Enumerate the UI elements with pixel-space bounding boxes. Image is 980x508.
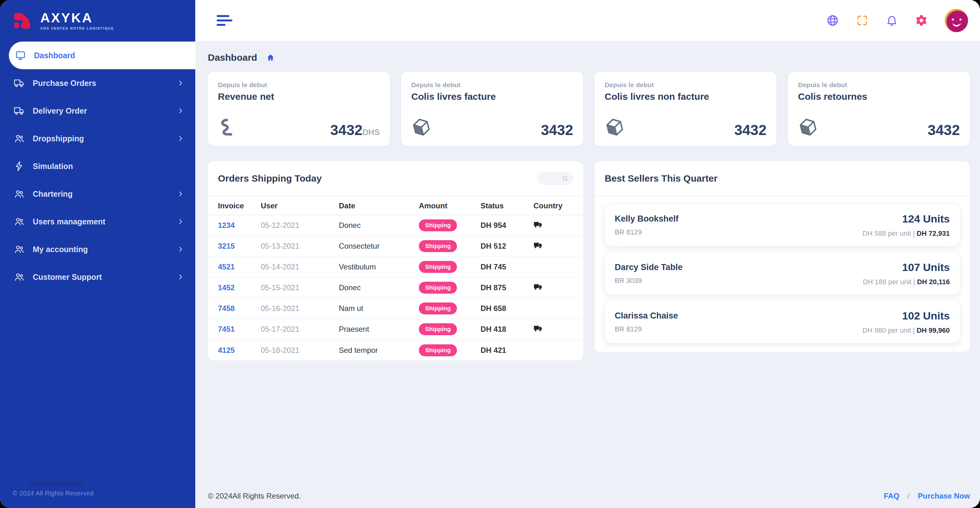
stat-period: Depuis le debut (798, 81, 960, 89)
table-header-row: Invoice User Date Amount Status Country (208, 197, 583, 215)
page-footer: © 2024All Rights Reserved. FAQ / Purchas… (208, 485, 970, 500)
order-user: Sed tempor (339, 340, 419, 360)
bolt-icon (14, 161, 25, 171)
sidebar: AXYKA VOS VENTES NOTRE LOGISTIQUE Dashbo… (0, 0, 195, 508)
status-badge: Shipping (419, 344, 457, 356)
product-code: BR 8129 (615, 325, 678, 333)
invoice-link[interactable]: 4521 (208, 257, 261, 277)
sidebar-item-customer-support[interactable]: Customer Support (0, 263, 195, 291)
order-date: 05-18-2021 (261, 340, 339, 360)
order-user: Donec (339, 215, 419, 236)
country-cell (533, 215, 583, 236)
users-icon (14, 133, 25, 144)
status-badge: Shipping (419, 302, 457, 314)
price-per-unit: DH 980 per unit | (862, 326, 915, 334)
sidebar-item-purchase-orders[interactable]: Purchase Orders (0, 69, 195, 97)
order-amount: DH 512 (480, 236, 533, 257)
product-code: BR 8129 (615, 228, 679, 237)
globe-icon[interactable] (826, 14, 839, 27)
sidebar-menu: Dashboard Purchase Orders Delivery Order (0, 41, 195, 291)
orders-panel-title: Orders Shipping Today (218, 173, 321, 184)
fullscreen-icon[interactable] (856, 14, 869, 27)
country-cell (533, 277, 583, 298)
order-amount: DH 418 (480, 319, 533, 340)
sidebar-item-dropshipping[interactable]: Dropshipping (0, 125, 195, 152)
sidebar-item-label: Delivery Order (33, 106, 87, 116)
chevron-right-icon (177, 107, 184, 114)
list-item: Darcy Side Table BR 3039 107 Units DH 18… (605, 252, 960, 295)
sidebar-item-label: Purchase Orders (33, 79, 96, 88)
brand-tagline: VOS VENTES NOTRE LOGISTIQUE (40, 27, 114, 30)
stat-card-colis-livres-non-facture: Depuis le debut Colis livres non facture… (595, 72, 776, 146)
stat-value: 3432 (541, 123, 573, 137)
sidebar-item-label: Dashboard (34, 51, 75, 60)
sidebar-item-label: Chartering (33, 189, 72, 198)
price-line: DH 588 per unit | DH 72,931 (862, 229, 950, 238)
sidebar-item-users-management[interactable]: Users management (0, 208, 195, 235)
search-input[interactable] (537, 172, 573, 185)
faq-link[interactable]: FAQ (884, 492, 899, 500)
truck-icon (533, 220, 542, 229)
purchase-now-link[interactable]: Purchase Now (918, 492, 970, 500)
sidebar-item-dashboard[interactable]: Dashboard (9, 41, 195, 69)
sidebar-item-label: Dropshipping (33, 134, 84, 143)
sidebar-item-label: My accounting (33, 245, 88, 254)
country-cell (533, 298, 583, 319)
home-icon[interactable] (266, 53, 275, 62)
status-badge: Shipping (419, 240, 457, 252)
invoice-link[interactable]: 1452 (208, 277, 261, 298)
sidebar-item-label: Simulation (33, 162, 73, 171)
order-amount: DH 875 (480, 277, 533, 298)
sidebar-item-simulation[interactable]: Simulation (0, 152, 195, 180)
list-item: Kelly Bookshelf BR 8129 124 Units DH 588… (605, 204, 960, 246)
bell-icon[interactable] (886, 14, 898, 27)
column-header: Date (339, 197, 419, 215)
invoice-link[interactable]: 7458 (208, 298, 261, 319)
logo: AXYKA VOS VENTES NOTRE LOGISTIQUE (0, 0, 195, 41)
column-header: Status (480, 197, 533, 215)
chevron-right-icon (177, 218, 184, 225)
hamburger-menu-icon[interactable] (217, 15, 232, 26)
invoice-link[interactable]: 7451 (208, 319, 261, 340)
package-cube-icon (605, 117, 625, 137)
price-total: DH 72,931 (917, 229, 950, 237)
user-avatar[interactable] (945, 9, 968, 32)
best-sellers-title: Best Sellers This Quarter (605, 173, 718, 184)
chevron-right-icon (177, 135, 184, 142)
chevron-right-icon (177, 246, 184, 253)
sidebar-item-chartering[interactable]: Chartering (0, 180, 195, 208)
invoice-link[interactable]: 3215 (208, 236, 261, 257)
table-row: 7451 05-17-2021 Praesent Shipping DH 418 (208, 319, 583, 340)
link-separator: / (908, 492, 910, 500)
route-squiggle-icon (218, 117, 238, 137)
price-total: DH 20,116 (917, 278, 950, 286)
main-column: Dashboard Depuis le debut Revenue net (195, 0, 980, 508)
brand-logo-icon (10, 9, 34, 33)
users-icon (14, 271, 25, 282)
order-user: Vestibulum (339, 257, 419, 277)
order-date: 05-17-2021 (261, 319, 339, 340)
topbar-actions (826, 9, 968, 32)
chevron-right-icon (177, 190, 184, 197)
order-date: 05-12-2021 (261, 215, 339, 236)
invoice-link[interactable]: 4125 (208, 340, 261, 360)
units-sold: 102 Units (862, 310, 950, 322)
stat-period: Depuis le debut (605, 81, 767, 89)
content-area: Dashboard Depuis le debut Revenue net (195, 41, 980, 508)
price-line: DH 188 per unit | DH 20,116 (863, 278, 950, 286)
price-per-unit: DH 188 per unit | (863, 278, 915, 286)
status-badge: Shipping (419, 282, 457, 294)
sidebar-item-my-accounting[interactable]: My accounting (0, 235, 195, 263)
sidebar-item-delivery-order[interactable]: Delivery Order (0, 97, 195, 125)
search-icon (562, 175, 569, 182)
country-cell (533, 340, 583, 360)
monitor-icon (15, 50, 26, 61)
sidebar-footer-copyright: © 2024 All Rights Reserved (13, 488, 185, 498)
order-user: Praesent (339, 319, 419, 340)
status-badge: Shipping (419, 261, 457, 273)
price-total: DH 99,960 (917, 326, 950, 334)
invoice-link[interactable]: 1234 (208, 215, 261, 236)
truck-icon (533, 241, 542, 249)
order-amount: DH 658 (480, 298, 533, 319)
gear-icon[interactable] (915, 14, 928, 27)
